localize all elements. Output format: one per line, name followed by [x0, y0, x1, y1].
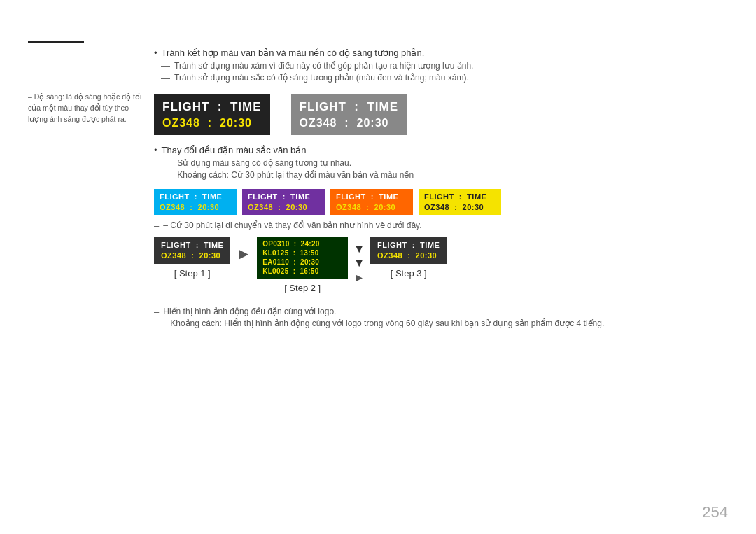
flight-card-black-yellow: FLIGHT : TIME OZ348 : 20:30 — [154, 94, 270, 135]
step2-card: OP0310 : 24:20 KL0125 : 13:50 EA0110 : 2… — [257, 237, 348, 279]
orange-row1: FLIGHT : TIME — [336, 192, 407, 201]
dash-icon-2: — — [161, 73, 170, 83]
cyan-row2: OZ348 : 20:30 — [160, 203, 231, 211]
bottom-text-2: Khoảng cách: Hiển thị hình ảnh động cùng… — [170, 318, 604, 328]
bottom-text-1: Hiển thị hình ảnh động đều đặn cùng với … — [163, 307, 336, 316]
bottom-dash-1: – Hiển thị hình ảnh động đều đặn cùng vớ… — [154, 307, 728, 317]
step3-row1: FLIGHT : TIME — [377, 241, 440, 249]
step1-card: FLIGHT : TIME OZ348 : 20:30 — [154, 237, 230, 264]
sub-dash-icon-1: – — [168, 158, 173, 169]
bottom-dash-2: Khoảng cách: Hiển thị hình ảnh động cùng… — [161, 318, 728, 329]
step2-row3: EA0110 : 20:30 — [262, 258, 342, 266]
sub-bullet-main: • Thay đổi đều đặn màu sắc văn bản — [154, 145, 728, 155]
top-rule — [154, 41, 728, 41]
step2-row2: KL0125 : 13:50 — [262, 249, 342, 257]
dash-icon-1: — — [161, 61, 170, 71]
card1-row1: FLIGHT : TIME — [162, 100, 262, 114]
small-card-cyan: FLIGHT : TIME OZ348 : 20:30 — [154, 189, 237, 215]
arrows-area: ▼ ▼ ► — [348, 237, 370, 301]
sidebar-rule — [28, 41, 84, 43]
dash-text-1: Tránh sử dụng màu xám vì điều này có thể… — [174, 61, 473, 71]
rotate-dash: – — [154, 220, 159, 231]
bottom-notes: – Hiển thị hình ảnh động đều đặn cùng vớ… — [154, 307, 728, 329]
sub-dash-2: Khoảng cách: Cứ 30 phút lại thay đổi màu… — [168, 170, 728, 181]
card2-row1: FLIGHT : TIME — [300, 100, 399, 114]
rotate-text: – Cứ 30 phút lại di chuyển và thay đổi v… — [163, 220, 421, 230]
yellow-row2: OZ348 : 20:30 — [424, 203, 496, 211]
small-card-yellow: FLIGHT : TIME OZ348 : 20:30 — [419, 189, 501, 215]
dash-text-2: Tránh sử dụng màu sắc có độ sáng tương p… — [174, 73, 469, 83]
bottom-dash-icon-1: – — [154, 307, 159, 317]
step1-label: [ Step 1 ] — [174, 268, 211, 279]
step2-group: OP0310 : 24:20 KL0125 : 13:50 EA0110 : 2… — [257, 237, 348, 293]
step2-label: [ Step 2 ] — [284, 283, 321, 293]
sidebar-note: – Độ sáng: là độ sáng hoặc độ tối của mộ… — [28, 92, 147, 125]
step2-row4: KL0025 : 16:50 — [262, 267, 342, 275]
sidebar: – Độ sáng: là độ sáng hoặc độ tối của mộ… — [28, 41, 147, 125]
purple-row2: OZ348 : 20:30 — [248, 203, 319, 211]
bullet-section-1: • Tránh kết hợp màu văn bản và màu nền c… — [154, 48, 728, 83]
orange-row2: OZ348 : 20:30 — [336, 203, 407, 211]
rotate-note: – – Cứ 30 phút lại di chuyển và thay đổi… — [154, 220, 728, 231]
sub-dash-text-2: Khoảng cách: Cứ 30 phút lại thay đổi màu… — [177, 170, 414, 180]
step3-group: FLIGHT : TIME OZ348 : 20:30 [ Step 3 ] — [370, 237, 447, 279]
bullet-dot-1: • — [154, 48, 158, 58]
page-number: 254 — [702, 503, 728, 521]
small-card-purple: FLIGHT : TIME OZ348 : 20:30 — [242, 189, 325, 215]
step1-row1: FLIGHT : TIME — [161, 241, 223, 249]
arrow-down-1: ▼ — [354, 244, 365, 255]
bottom-dash-icon-2 — [161, 318, 166, 329]
step1-group: FLIGHT : TIME OZ348 : 20:30 [ Step 1 ] — [154, 237, 230, 279]
step2-row1: OP0310 : 24:20 — [262, 240, 342, 248]
purple-row1: FLIGHT : TIME — [248, 192, 319, 201]
sub-dash-icon-2 — [168, 170, 173, 181]
cyan-row1: FLIGHT : TIME — [160, 192, 231, 201]
sub-dash-text-1: Sử dụng màu sáng có độ sáng tương tự nha… — [177, 158, 351, 168]
card1-row2: OZ348 : 20:30 — [162, 117, 262, 129]
yellow-row1: FLIGHT : TIME — [424, 192, 496, 201]
step3-row2: OZ348 : 20:30 — [377, 251, 440, 260]
small-cards-row: FLIGHT : TIME OZ348 : 20:30 FLIGHT : TIM… — [154, 189, 728, 215]
small-card-orange: FLIGHT : TIME OZ348 : 20:30 — [330, 189, 413, 215]
arrow-down-2: ▼ — [354, 258, 365, 269]
step1-row2: OZ348 : 20:30 — [161, 251, 223, 260]
large-displays: FLIGHT : TIME OZ348 : 20:30 FLIGHT : TIM… — [154, 94, 728, 135]
step3-card: FLIGHT : TIME OZ348 : 20:30 — [370, 237, 447, 264]
flight-card-gray-white: FLIGHT : TIME OZ348 : 20:30 — [291, 94, 407, 135]
bullet-text-1: Tránh kết hợp màu văn bản và màu nền có … — [162, 48, 425, 58]
sub-bullet-text: Thay đổi đều đặn màu sắc văn bản — [162, 145, 307, 155]
dash-2: — Tránh sử dụng màu sắc có độ sáng tương… — [161, 73, 728, 83]
arrow-right-1: ► — [230, 237, 257, 280]
step-diagram: FLIGHT : TIME OZ348 : 20:30 [ Step 1 ] ►… — [154, 237, 728, 301]
sub-bullet-dot: • — [154, 145, 158, 155]
dash-1: — Tránh sử dụng màu xám vì điều này có t… — [161, 61, 728, 71]
sub-dash-1: – Sử dụng màu sáng có độ sáng tương tự n… — [168, 158, 728, 169]
step3-label: [ Step 3 ] — [391, 268, 427, 279]
bullet-main-1: • Tránh kết hợp màu văn bản và màu nền c… — [154, 48, 728, 58]
main-content: • Tránh kết hợp màu văn bản và màu nền c… — [154, 48, 728, 330]
card2-row2: OZ348 : 20:30 — [300, 117, 399, 129]
arrow-right-2: ► — [354, 272, 365, 284]
sub-bullet-section: • Thay đổi đều đặn màu sắc văn bản – Sử … — [154, 145, 728, 181]
